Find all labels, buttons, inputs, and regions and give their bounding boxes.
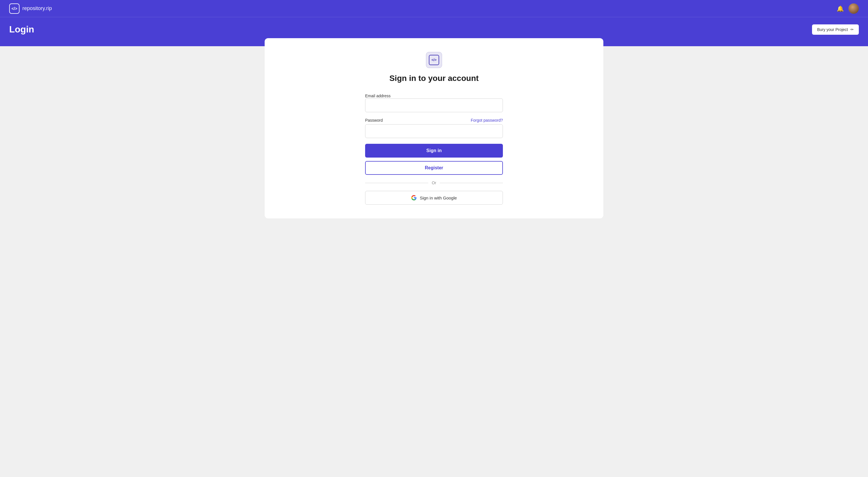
coffin-icon: ⚰ xyxy=(850,27,854,32)
logo-symbol: </> xyxy=(11,6,17,11)
google-icon xyxy=(411,195,417,201)
form-container: Email address Password Forgot password? … xyxy=(365,93,503,204)
brand-logo-icon: </> xyxy=(9,3,20,14)
email-input[interactable] xyxy=(365,98,503,112)
navbar: </> repository.rip 🔔 xyxy=(0,0,868,17)
google-signin-button[interactable]: Sign in with Google xyxy=(365,191,503,204)
login-card: </> Sign in to your account Email addres… xyxy=(265,38,603,218)
avatar-image xyxy=(848,3,859,14)
page-title: Login xyxy=(9,24,34,35)
divider-line-right xyxy=(440,183,503,183)
brand-link[interactable]: </> repository.rip xyxy=(9,3,52,14)
divider: Or xyxy=(365,181,503,185)
google-button-label: Sign in with Google xyxy=(420,195,457,200)
card-container: </> Sign in to your account Email addres… xyxy=(265,38,603,218)
logo-box: </> xyxy=(426,52,442,68)
avatar[interactable] xyxy=(848,3,859,14)
divider-text: Or xyxy=(432,181,436,185)
signin-button[interactable]: Sign in xyxy=(365,144,503,158)
content-area: </> Sign in to your account Email addres… xyxy=(0,46,868,235)
logo-container: </> xyxy=(426,52,442,68)
divider-line-left xyxy=(365,183,428,183)
logo-code-symbol: </> xyxy=(431,58,436,62)
bury-button-label: Bury your Project xyxy=(817,27,848,32)
navbar-right: 🔔 xyxy=(837,3,859,14)
password-input[interactable] xyxy=(365,124,503,138)
password-label: Password xyxy=(365,118,383,123)
signin-title: Sign in to your account xyxy=(389,74,478,83)
bury-project-button[interactable]: Bury your Project ⚰ xyxy=(812,24,859,35)
logo-box-inner: </> xyxy=(429,55,439,65)
password-form-group: Password Forgot password? xyxy=(365,118,503,138)
password-label-row: Password Forgot password? xyxy=(365,118,503,123)
brand-name: repository.rip xyxy=(22,5,52,11)
email-form-group: Email address xyxy=(365,93,503,112)
email-label: Email address xyxy=(365,94,391,98)
register-button[interactable]: Register xyxy=(365,161,503,175)
forgot-password-link[interactable]: Forgot password? xyxy=(471,118,503,123)
notification-bell-icon[interactable]: 🔔 xyxy=(837,5,844,12)
